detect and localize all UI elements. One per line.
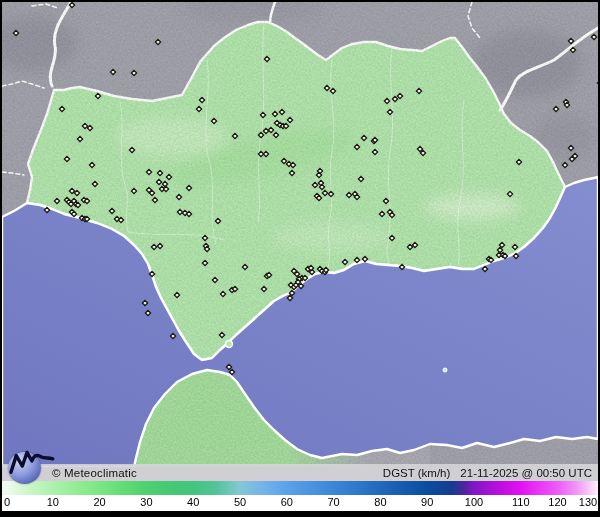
footer-band: © Meteoclimatic DGST (km/h) 21-11-2025 @… [2, 464, 598, 481]
product-label: DGST (km/h) [383, 467, 451, 479]
colorbar-tick-label: 80 [374, 496, 386, 508]
colorbar-tick-label: 0 [4, 496, 10, 508]
colorbar-tick-label: 100 [465, 496, 483, 508]
map-title: DGST (km/h) 21-11-2025 @ 00:50 UTC [383, 467, 592, 479]
wind-gust-color-scale [2, 481, 598, 495]
bottom-border-strip [2, 511, 598, 517]
colorbar-tick-label: 90 [421, 496, 433, 508]
colorbar-tick-label: 110 [512, 496, 530, 508]
colorbar-tick-label: 50 [234, 496, 246, 508]
copyright-label: © Meteoclimatic [52, 467, 137, 479]
meteoclimatic-logo[interactable] [6, 449, 56, 485]
colorbar-tick-label: 120 [548, 496, 566, 508]
colorbar-tick-label: 130 [579, 496, 597, 508]
colorbar-tick-label: 20 [93, 496, 105, 508]
gibraltar-rock [226, 341, 233, 348]
timestamp-label: 21-11-2025 @ 00:50 UTC [460, 467, 592, 479]
weather-map-screenshot: © Meteoclimatic DGST (km/h) 21-11-2025 @… [0, 0, 600, 517]
colorbar-tick-label: 10 [47, 496, 59, 508]
color-scale-tick-labels: 0102030405060708090100110120130 [2, 495, 598, 511]
alboran-island [443, 368, 447, 372]
map-canvas [2, 2, 598, 467]
colorbar-tick-label: 70 [327, 496, 339, 508]
colorbar-tick-label: 60 [281, 496, 293, 508]
logo-squiggle-icon [6, 444, 59, 479]
colorbar-tick-label: 30 [140, 496, 152, 508]
colorbar-tick-label: 40 [187, 496, 199, 508]
